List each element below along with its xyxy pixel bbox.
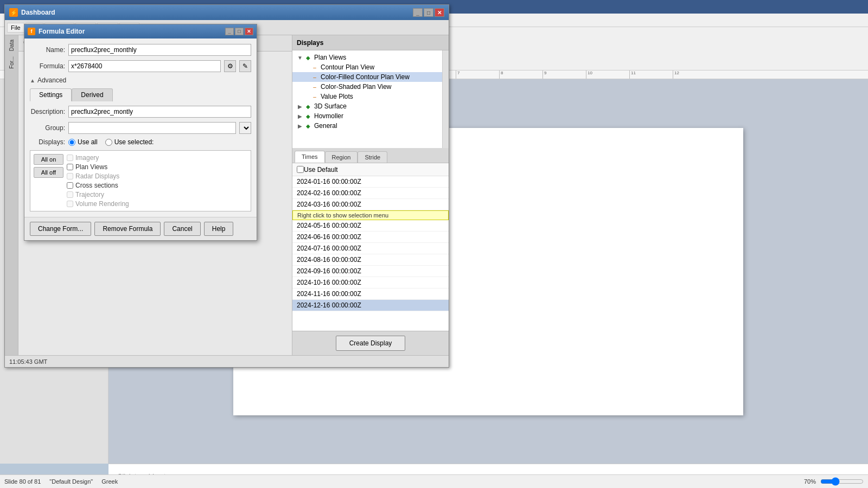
tree-expand-hovmoller: ▶ — [297, 113, 303, 119]
tree-icon-3d: ◆ — [304, 102, 312, 110]
checkboxes-list: Imagery Plan Views Radar Displays Cross … — [67, 154, 247, 208]
slide-info: Slide 80 of 81 — [4, 478, 41, 485]
formula-editor-title: Formula Editor — [39, 28, 85, 35]
name-input[interactable] — [68, 44, 251, 56]
sidebar-data[interactable]: Data — [8, 37, 16, 53]
formula-dialog-controls: _ □ ✕ — [225, 28, 253, 35]
dashboard-icon: ⚡ — [9, 8, 18, 17]
formula-maximize-btn[interactable]: □ — [235, 28, 244, 35]
time-mar[interactable]: 2024-03-16 00:00:00Z — [292, 199, 449, 210]
cb-volume-input — [67, 201, 73, 207]
times-list: 2024-01-16 00:00:00Z 2024-02-16 00:00:00… — [292, 176, 449, 331]
language-info: Greek — [101, 478, 118, 485]
formula-editor-titlebar: f Formula Editor _ □ ✕ — [24, 24, 257, 38]
time-jan[interactable]: 2024-01-16 00:00:00Z — [292, 176, 449, 188]
tree-expand-color-filled — [303, 74, 310, 80]
time-oct[interactable]: 2024-10-16 00:00:00Z — [292, 277, 449, 288]
cb-cross-sections-input[interactable] — [67, 182, 73, 189]
cancel-btn[interactable]: Cancel — [164, 222, 200, 236]
displays-panel: Displays ▼ ◆ Plan Views – Contour Plan V… — [292, 35, 449, 355]
tree-general[interactable]: ▶ ◆ General — [292, 121, 442, 131]
displays-scrollbar[interactable] — [442, 50, 449, 148]
cb-cross-sections[interactable]: Cross sections — [67, 182, 247, 189]
times-panel: Use Default 2024-01-16 00:00:00Z 2024-02… — [292, 163, 449, 331]
advanced-label: Advanced — [37, 76, 66, 84]
remove-formula-btn[interactable]: Remove Formula — [94, 222, 161, 236]
use-default-label: Use Default — [304, 166, 338, 174]
formula-edit-btn[interactable]: ✎ — [239, 60, 251, 72]
use-selected-radio[interactable] — [105, 139, 112, 146]
use-default-checkbox[interactable] — [297, 166, 304, 173]
dashboard-title: Dashboard — [21, 9, 55, 16]
use-all-label: Use all — [68, 138, 98, 146]
help-btn[interactable]: Help — [204, 222, 234, 236]
group-row: Group: — [30, 122, 251, 134]
tab-settings[interactable]: Settings — [30, 88, 72, 101]
time-may[interactable]: 2024-05-16 00:00:00Z — [292, 220, 449, 232]
description-row: Description: — [30, 106, 251, 118]
advanced-arrow: ▲ — [30, 78, 35, 84]
group-input[interactable] — [68, 122, 236, 134]
formula-close-btn[interactable]: ✕ — [245, 28, 253, 35]
time-dec[interactable]: 2024-12-16 00:00:00Z — [292, 300, 449, 311]
right-click-hint[interactable]: Right click to show selection menu — [292, 210, 449, 220]
formula-row: Formula: ⚙ ✎ — [30, 60, 251, 72]
desc-label: Description: — [30, 108, 65, 115]
formula-gear-btn[interactable]: ⚙ — [224, 60, 236, 72]
name-label: Name: — [30, 46, 65, 54]
cb-trajectory-input — [67, 191, 73, 198]
status-right: 70% — [804, 477, 864, 486]
dash-bottom: Create Display — [292, 331, 449, 355]
ruler-mark-13: 12 — [673, 70, 716, 79]
displays-label-row: Displays: Use all Use selected: — [30, 138, 251, 146]
zoom-level: 70% — [804, 478, 816, 485]
time-nov[interactable]: 2024-11-16 00:00:00Z — [292, 288, 449, 300]
change-form-btn[interactable]: Change Form... — [30, 222, 91, 236]
tree-color-shaded[interactable]: – Color-Shaded Plan View — [292, 82, 442, 92]
tab-stride[interactable]: Stride — [358, 151, 387, 163]
tree-icon-plan-views: ◆ — [304, 54, 312, 61]
time-jun[interactable]: 2024-06-16 00:00:00Z — [292, 232, 449, 243]
all-on-btn[interactable]: All on — [34, 154, 63, 165]
tree-plan-views[interactable]: ▼ ◆ Plan Views — [292, 53, 442, 62]
tree-contour-plan[interactable]: – Contour Plan View — [292, 62, 442, 72]
formula-editor: f Formula Editor _ □ ✕ Name: Formula: ⚙ … — [24, 24, 257, 241]
all-off-btn[interactable]: All off — [34, 167, 63, 178]
desc-input[interactable] — [68, 106, 251, 118]
sidebar-formula[interactable]: For... — [8, 54, 16, 71]
tree-expand-color-shaded — [303, 84, 310, 90]
ruler-mark-8: 7 — [456, 70, 499, 79]
cb-plan-views[interactable]: Plan Views — [67, 163, 247, 171]
dash-file-btn[interactable]: File — [7, 23, 24, 33]
close-btn[interactable]: ✕ — [435, 8, 444, 17]
cb-imagery-input — [67, 155, 73, 161]
cb-plan-views-input[interactable] — [67, 164, 73, 170]
tab-times[interactable]: Times — [295, 151, 325, 163]
tree-icon-color-shaded: – — [311, 83, 318, 91]
maximize-btn[interactable]: □ — [424, 8, 433, 17]
zoom-slider[interactable] — [820, 477, 864, 486]
create-display-btn[interactable]: Create Display — [336, 336, 406, 351]
use-all-radio[interactable] — [68, 139, 75, 146]
time-feb[interactable]: 2024-02-16 00:00:00Z — [292, 188, 449, 199]
minimize-btn[interactable]: _ — [413, 8, 423, 17]
formula-dialog-buttons: Change Form... Remove Formula Cancel Hel… — [24, 217, 257, 240]
tree-hovmoller[interactable]: ▶ ◆ Hovmoller — [292, 111, 442, 121]
displays-buttons: All on All off — [34, 154, 63, 208]
tree-value-plots[interactable]: – Value Plots — [292, 92, 442, 101]
tab-region[interactable]: Region — [325, 151, 358, 163]
time-jul[interactable]: 2024-07-16 00:00:00Z — [292, 243, 449, 254]
formula-dialog-body: Name: Formula: ⚙ ✎ ▲ Advanced Settings D… — [24, 38, 257, 217]
formula-tabs: Settings Derived — [30, 88, 251, 101]
tree-3d-surface[interactable]: ▶ ◆ 3D Surface — [292, 101, 442, 111]
tree-icon-hovmoller: ◆ — [304, 112, 312, 120]
formula-input[interactable] — [68, 60, 221, 72]
time-tabs: Times Region Stride — [292, 148, 449, 163]
group-select[interactable] — [239, 122, 251, 134]
tab-derived[interactable]: Derived — [72, 88, 112, 101]
time-aug[interactable]: 2024-08-16 00:00:00Z — [292, 254, 449, 266]
tree-color-filled[interactable]: – Color-Filled Contour Plan View — [292, 72, 442, 82]
name-row: Name: — [30, 44, 251, 56]
formula-minimize-btn[interactable]: _ — [225, 28, 234, 35]
time-sep[interactable]: 2024-09-16 00:00:00Z — [292, 266, 449, 277]
